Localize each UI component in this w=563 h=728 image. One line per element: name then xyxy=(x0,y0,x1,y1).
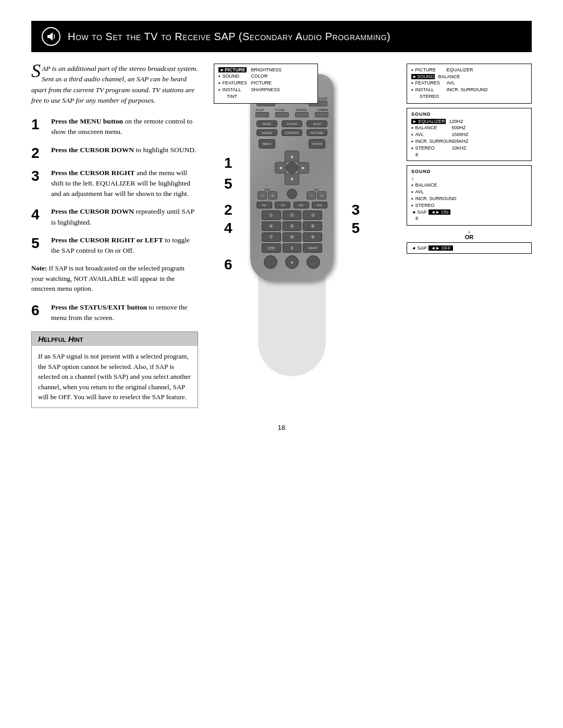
remote-body: ⏻ PROG. LIST CLOCK xyxy=(250,74,334,281)
vol-plus[interactable]: + xyxy=(268,191,277,200)
step-number-3: 3 xyxy=(31,169,46,183)
step-overlay-2: 2 xyxy=(224,202,232,218)
sleep-button[interactable] xyxy=(255,112,269,117)
pc-button[interactable]: PC xyxy=(256,202,272,208)
clock-label: CLOCK xyxy=(317,97,327,100)
sound-btn-2[interactable]: SOUND xyxy=(309,139,325,149)
center-round-btn[interactable] xyxy=(287,189,297,199)
hd-button[interactable]: HD xyxy=(293,202,309,208)
source-button[interactable] xyxy=(295,112,309,117)
numpad: ① ② ③ ④ ⑤ ⑥ ⑦ ⑧ ⑨ STR 0 SWAP xyxy=(254,211,329,253)
mb4-section-label: SOUND xyxy=(411,169,527,174)
ch-plus[interactable]: + xyxy=(317,191,326,200)
mute-button[interactable]: MUTE xyxy=(256,120,277,127)
mb3-avl-row: •AVL1500HZ xyxy=(411,132,527,138)
menu-row-picture-1: ►PICTURE BRIGHTNESS xyxy=(218,67,313,72)
bottom-row: ● xyxy=(254,255,329,269)
note-text: Note: If SAP is not broadcasted on the s… xyxy=(31,263,198,294)
sound-button[interactable]: SOUND xyxy=(256,129,277,136)
num-8[interactable]: ⑧ xyxy=(283,232,302,242)
num-5[interactable]: ⑤ xyxy=(283,221,302,231)
hint-title: Helpful Hint xyxy=(32,332,198,346)
hint-body: If an SAP signal is not present with a s… xyxy=(32,346,198,408)
step-3: 3 Press the CURSOR RIGHT and the menu wi… xyxy=(31,168,198,200)
num-7[interactable]: ⑦ xyxy=(262,232,281,242)
control-button[interactable]: CONTROL xyxy=(282,129,302,136)
tvsize-label: TV SIZE xyxy=(275,108,285,112)
drop-cap: S xyxy=(31,64,41,79)
menu-box-5: ◄ SAP ◄► OFF xyxy=(407,242,532,254)
num-1[interactable]: ① xyxy=(262,211,281,220)
vol-minus[interactable]: − xyxy=(258,191,267,200)
active-button[interactable]: ACTIVE xyxy=(282,120,302,127)
dpad-up[interactable]: ▲ xyxy=(285,151,299,162)
step-text-2: Press the CURSOR DOWN to highlight SOUND… xyxy=(51,145,196,155)
mb4-incr-row: •INCR. SURROUND xyxy=(411,196,527,202)
num-6[interactable]: ⑥ xyxy=(303,221,322,231)
title-bar: How to Set the TV to Receive SAP (Second… xyxy=(31,21,532,52)
num-4[interactable]: ④ xyxy=(262,221,281,231)
or-divider: ↓OR xyxy=(407,228,532,240)
step-2: 2 Press the CURSOR DOWN to highlight SOU… xyxy=(31,145,198,161)
dpad-center[interactable] xyxy=(286,162,298,174)
mb4-arrow-row: ↕ xyxy=(411,176,527,181)
str-right-button[interactable]: STR xyxy=(262,243,281,253)
dpad-left[interactable]: ◄ xyxy=(275,162,286,174)
format-button[interactable] xyxy=(315,112,328,117)
format-label: FORMAT xyxy=(317,108,328,112)
mb4-avl-row: •AVL xyxy=(411,189,527,195)
mb4-stereo-row: •STEREO xyxy=(411,203,527,208)
step-text-6: Press the STATUS/EXIT button to remove t… xyxy=(51,302,198,324)
num-2[interactable]: ② xyxy=(283,211,302,220)
scp-row: SOUND CONTROL PICTURE xyxy=(254,129,329,136)
picture-button[interactable]: PICTURE xyxy=(307,129,327,136)
num-3[interactable]: ③ xyxy=(303,211,322,220)
step-overlay-6: 6 xyxy=(224,256,232,273)
step-4: 4 Press the CURSOR DOWN repeatedly until… xyxy=(31,206,198,228)
menu-row-install-1: •INSTALLSHARPNESS xyxy=(218,87,313,93)
bottom-round-left[interactable] xyxy=(264,255,277,269)
dpad-row-mid: ◄ ► xyxy=(275,162,309,174)
page-number: 18 xyxy=(31,424,532,431)
menu-button[interactable]: MENU xyxy=(259,139,275,149)
step-6: 6 Press the STATUS/EXIT button to remove… xyxy=(31,302,198,324)
tv-button[interactable]: TV xyxy=(275,202,290,208)
step-text-5: Press the CURSOR RIGHT or LEFT to toggle… xyxy=(51,235,198,256)
step-overlay-3: 3 xyxy=(351,202,360,218)
step-overlay-5a: 5 xyxy=(224,176,232,192)
remote-area: 1 5 2 4 3 5 6 ⏻ xyxy=(240,74,344,281)
menu-box-4: SOUND ↕ •BALANCE •AVL •INCR. SURROUND •S… xyxy=(407,165,532,226)
vol-buttons: − + xyxy=(258,191,277,200)
ch-minus[interactable]: − xyxy=(307,191,316,200)
mb3-8-row: 8 xyxy=(411,152,527,157)
num-0[interactable]: 0 xyxy=(283,243,302,253)
bottom-round-mid[interactable]: ● xyxy=(285,255,299,269)
swap-button[interactable]: SWAP xyxy=(303,243,322,253)
menu-box-2: •PICTUREEQUALIZER ►SOUND BALANCE •FEATUR… xyxy=(407,64,532,104)
intro-text: SAP is an additional part of the stereo … xyxy=(31,64,198,106)
mb3-section-label: SOUND xyxy=(411,112,527,117)
dpad-right[interactable]: ► xyxy=(298,162,309,174)
auto-button[interactable]: AUTO xyxy=(307,120,327,127)
dvi-button[interactable]: DVI xyxy=(312,202,327,208)
step-number-4: 4 xyxy=(31,207,46,222)
menu-row-tint: TINT xyxy=(218,94,313,99)
mb3-balance-row: •BALANCE500HZ xyxy=(411,125,527,131)
vol-ch-row: VOL − + CH − + xyxy=(254,188,329,200)
mb5-sap-off-row: ◄ SAP ◄► OFF xyxy=(411,245,527,251)
num-9[interactable]: ⑨ xyxy=(303,232,322,242)
step-text-1: Press the MENU button on the remote cont… xyxy=(51,116,198,138)
menu-row-features-1: •FEATURESPICTURE xyxy=(218,80,313,86)
tvsize-button[interactable] xyxy=(275,112,289,117)
mb3-stereo-row: •STEREO10KHZ xyxy=(411,145,527,151)
menu-row-sound-1: •SOUNDCOLOR xyxy=(218,73,313,79)
dpad: ▲ ◄ ► xyxy=(254,151,329,185)
bottom-round-right[interactable] xyxy=(307,255,320,269)
right-column: •PICTUREEQUALIZER ►SOUND BALANCE •FEATUR… xyxy=(407,64,532,408)
mb2-sound-row: ►SOUND BALANCE xyxy=(411,74,527,79)
dpad-down[interactable]: ▼ xyxy=(285,174,299,185)
mb2-install-row: •INSTALLINCR. SURROUND xyxy=(411,87,527,93)
mb3-eq-row: ► EQUALIZER 120HZ xyxy=(411,119,527,124)
dpad-row-top: ▲ xyxy=(285,151,299,162)
step-1: 1 Press the MENU button on the remote co… xyxy=(31,116,198,138)
